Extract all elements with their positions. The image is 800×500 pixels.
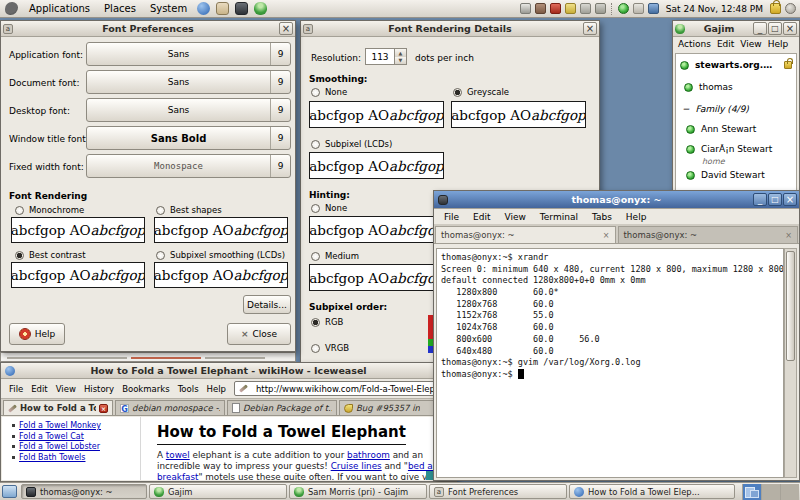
printer-tray-icon[interactable]	[520, 3, 531, 14]
related-link-item[interactable]: Fold Bath Towels	[12, 453, 137, 462]
tab-debian-monospace[interactable]: debian monospace -...	[115, 400, 225, 415]
tab-close-icon[interactable]: ×	[785, 231, 792, 240]
browser-titlebar[interactable]: How to Fold a Towel Elephant - wikiHow -…	[1, 363, 456, 379]
close-button[interactable]	[279, 22, 293, 35]
view-menu[interactable]: View	[499, 211, 532, 223]
mail-tray-icon[interactable]	[633, 3, 644, 14]
resolution-spinner[interactable]: 113 ▲▼	[365, 48, 407, 65]
contact-row[interactable]: Ann Stewart	[686, 124, 756, 134]
collapse-icon[interactable]: −	[682, 104, 690, 114]
terminal-tab-inactive[interactable]: thomas@onyx: ~×	[618, 226, 799, 243]
monochrome-radio[interactable]: Monochrome	[15, 205, 84, 215]
package-tray-icon[interactable]	[535, 3, 546, 14]
tab-debian-package[interactable]: Debian Package of t...	[227, 400, 337, 415]
view-menu[interactable]: View	[52, 384, 80, 394]
fixed-width-font-button[interactable]: Monospace9	[86, 154, 291, 178]
contact-row[interactable]: CiarÃ¡n Stewart	[686, 144, 772, 154]
gajim-status-tray-icon[interactable]	[618, 3, 629, 14]
system-menu[interactable]: System	[143, 0, 194, 18]
hinting-medium-radio[interactable]: Medium	[311, 251, 359, 261]
panel-clock[interactable]: Sat 24 Nov, 12:48 PM	[661, 4, 768, 14]
related-link-item[interactable]: Fold a Towel Lobster	[12, 442, 137, 451]
view-menu[interactable]: View	[737, 38, 764, 50]
close-button[interactable]	[783, 193, 797, 206]
terminal-output[interactable]: thomas@onyx:~$ xrandr Screen 0: minimum …	[436, 248, 784, 478]
group-row[interactable]: − Family (4/9)	[682, 104, 749, 114]
chat-window-sliver[interactable]	[0, 352, 296, 362]
account-row[interactable]: stewarts.org.uk (1...	[680, 60, 792, 70]
tab-close-icon[interactable]: ×	[603, 231, 610, 240]
help-menu[interactable]: Help	[620, 211, 653, 223]
battery-tray-icon[interactable]	[565, 3, 576, 14]
minimize-button[interactable]	[753, 22, 767, 35]
tab-close-icon[interactable]	[99, 404, 108, 413]
window-title-font-button[interactable]: Sans Bold9	[86, 126, 291, 150]
places-menu[interactable]: Places	[97, 0, 143, 18]
power-plug-tray-icon[interactable]	[580, 3, 591, 14]
spin-down-icon[interactable]: ▼	[395, 57, 406, 65]
terminal-menu[interactable]: Terminal	[534, 211, 584, 223]
related-link-item[interactable]: Fold a Towel Cat	[12, 432, 137, 441]
cruise-lines-link[interactable]: Cruise lines	[331, 461, 382, 471]
edit-menu[interactable]: Edit	[27, 384, 51, 394]
workspace-3[interactable]	[780, 484, 799, 500]
history-menu[interactable]: History	[80, 384, 118, 394]
towel-link[interactable]: towel	[166, 450, 190, 460]
volume-tray-icon[interactable]	[595, 3, 606, 14]
network-tray-icon[interactable]	[648, 3, 659, 14]
details-button[interactable]: Details...	[243, 295, 291, 314]
media-tray-icon[interactable]	[550, 3, 561, 14]
smoothing-none-radio[interactable]: None	[311, 87, 347, 97]
subpixel-rgb-radio[interactable]: RGB	[311, 317, 343, 327]
help-menu[interactable]: Help	[765, 38, 792, 50]
lock-screen-icon[interactable]	[770, 3, 781, 14]
show-desktop-button[interactable]	[2, 485, 17, 498]
tools-menu[interactable]: Tools	[174, 384, 203, 394]
workspace-2[interactable]	[761, 484, 780, 500]
gnome-menu-icon[interactable]	[5, 2, 18, 15]
workspace-1[interactable]	[742, 484, 761, 500]
close-button[interactable]	[783, 22, 797, 35]
resolution-value[interactable]: 113	[365, 48, 395, 65]
user-launcher-icon[interactable]	[254, 2, 267, 15]
taskbar-button-browser[interactable]: How to Fold a Towel Elep...	[569, 484, 735, 499]
tabs-menu[interactable]: Tabs	[586, 211, 618, 223]
file-menu[interactable]: File	[438, 211, 465, 223]
terminal-launcher-icon[interactable]	[235, 2, 248, 15]
home-launcher-icon[interactable]	[216, 2, 229, 15]
taskbar-button-gajim[interactable]: Gajim	[149, 484, 287, 499]
application-font-button[interactable]: Sans9	[86, 42, 291, 66]
file-menu[interactable]: File	[5, 384, 27, 394]
edit-menu[interactable]: Edit	[714, 38, 737, 50]
actions-menu[interactable]: Actions	[675, 38, 714, 50]
scrollbar-thumb[interactable]	[786, 251, 795, 361]
bookmarks-menu[interactable]: Bookmarks	[118, 384, 174, 394]
close-button[interactable]: ×Close	[227, 323, 291, 345]
gajim-titlebar[interactable]: Gajim	[673, 21, 799, 37]
document-font-button[interactable]: Sans9	[86, 70, 291, 94]
browser-launcher-icon[interactable]	[197, 2, 210, 15]
contact-row[interactable]: thomas	[684, 82, 733, 92]
terminal-titlebar[interactable]: thomas@onyx: ~	[434, 191, 799, 209]
quit-icon[interactable]	[785, 3, 796, 14]
best-shapes-radio[interactable]: Best shapes	[156, 205, 222, 215]
url-bar[interactable]: http://www.wikihow.com/Fold-a-Towel-Elep…	[234, 381, 452, 396]
subpixel-smoothing-radio[interactable]: Subpixel smoothing (LCDs)	[156, 250, 285, 260]
taskbar-button-terminal[interactable]: thomas@onyx: ~	[21, 484, 147, 499]
hinting-none-radio[interactable]: None	[311, 203, 347, 213]
bathroom-link[interactable]: bathroom	[347, 450, 390, 460]
smoothing-subpixel-radio[interactable]: Subpixel (LCDs)	[311, 139, 392, 149]
best-contrast-radio[interactable]: Best contrast	[15, 250, 86, 260]
font-details-titlebar[interactable]: Font Rendering Details	[301, 21, 599, 37]
taskbar-button-chat[interactable]: Sam Morris (pri) - Gajim	[289, 484, 427, 499]
applications-menu[interactable]: Applications	[22, 0, 97, 18]
terminal-tab-active[interactable]: thomas@onyx: ~×	[435, 226, 616, 243]
tab-towel-elephant[interactable]: How to Fold a To...	[3, 400, 113, 415]
terminal-scrollbar[interactable]	[784, 248, 797, 478]
spinner-arrows[interactable]: ▲▼	[395, 48, 407, 65]
subpixel-vrgb-radio[interactable]: VRGB	[311, 343, 349, 353]
desktop-font-button[interactable]: Sans9	[86, 98, 291, 122]
maximize-button[interactable]	[768, 22, 782, 35]
smoothing-greyscale-radio[interactable]: Greyscale	[453, 87, 509, 97]
help-menu[interactable]: Help	[203, 384, 230, 394]
